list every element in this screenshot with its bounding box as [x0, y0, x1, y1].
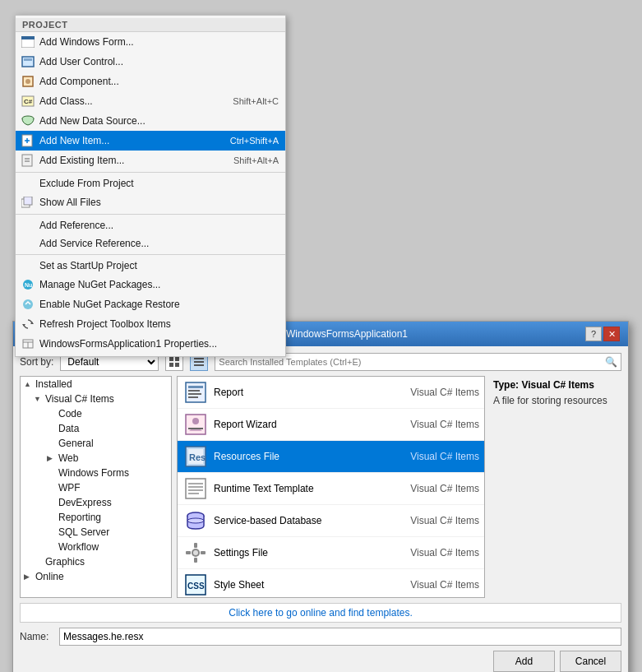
tree-label: Online: [35, 571, 64, 582]
tree-arrow: ▼: [34, 395, 45, 403]
items-panel: Report Visual C# Items Report Wizard Vis…: [177, 376, 485, 598]
item-name: Settings File: [214, 547, 389, 558]
menu-item-enable-nuget-restore[interactable]: Enable NuGet Package Restore: [16, 294, 285, 314]
menu-label: Add New Item...: [39, 135, 214, 146]
item-category: Visual C# Items: [389, 483, 479, 494]
tree-item-installed[interactable]: ▲ Installed: [21, 377, 171, 392]
svg-rect-27: [169, 363, 173, 367]
tree-arrow: ▶: [24, 572, 35, 581]
settings-icon: [182, 540, 209, 566]
item-name: Style Sheet: [214, 579, 389, 591]
search-icon[interactable]: 🔍: [605, 356, 617, 368]
dialog-body: Sort by: Default 🔍 ▲ Installed: [13, 346, 628, 672]
online-link-anchor[interactable]: Click here to go online and find templat…: [229, 607, 412, 619]
tree-item-wpf[interactable]: WPF: [21, 480, 171, 495]
name-row: Name:: [20, 628, 621, 646]
item-name: Service-based Database: [214, 515, 389, 526]
menu-item-add-existing-item[interactable]: Add Existing Item... Shift+Alt+A: [16, 151, 285, 170]
newitem-icon: [21, 133, 35, 148]
menu-item-add-service-reference[interactable]: Add Service Reference...: [16, 234, 285, 253]
item-name: Report Wizard: [214, 419, 389, 430]
search-input[interactable]: [219, 357, 605, 367]
item-category: Visual C# Items: [389, 579, 479, 591]
menu-item-manage-nuget[interactable]: Nu Manage NuGet Packages...: [16, 275, 285, 294]
menu-label: Add Existing Item...: [39, 155, 217, 166]
tree-label: Code: [58, 408, 82, 419]
tree-item-sql-server[interactable]: SQL Server: [21, 525, 171, 540]
tree-item-online[interactable]: ▶ Online: [21, 569, 171, 584]
menu-item-refresh-toolbox[interactable]: Refresh Project Toolbox Items: [16, 314, 285, 334]
tree-item-workflow[interactable]: Workflow: [21, 540, 171, 554]
props-icon: [21, 336, 35, 351]
svg-rect-28: [175, 363, 179, 367]
tree-item-reporting[interactable]: Reporting: [21, 510, 171, 525]
list-item-service-database[interactable]: Service-based Database Visual C# Items: [178, 505, 484, 537]
menu-item-add-datasource[interactable]: Add New Data Source...: [16, 111, 285, 131]
add-new-item-dialog: Add New Item - WindowsFormsApplication1 …: [12, 321, 629, 672]
menu-item-add-windows-form[interactable]: Add Windows Form...: [16, 32, 285, 52]
menu-item-properties[interactable]: WindowsFormsApplication1 Properties...: [16, 334, 285, 354]
menu-label: Set as StartUp Project: [39, 260, 279, 271]
svg-point-19: [23, 299, 33, 309]
svg-rect-29: [194, 358, 204, 359]
tree-label: Windows Forms: [58, 467, 129, 479]
list-item-style-sheet[interactable]: CSS Style Sheet Visual C# Items: [178, 569, 484, 598]
svg-rect-32: [186, 382, 206, 402]
menu-item-add-class[interactable]: C# Add Class... Shift+Alt+C: [16, 91, 285, 111]
list-item-report-wizard[interactable]: Report Wizard Visual C# Items: [178, 409, 484, 441]
tree-item-devexpress[interactable]: DevExpress: [21, 495, 171, 510]
name-label: Name:: [20, 631, 53, 642]
separator: [16, 254, 285, 255]
menu-shortcut: Shift+Alt+A: [233, 155, 279, 165]
menu-item-add-reference[interactable]: Add Reference...: [16, 216, 285, 234]
tree-panel: ▲ Installed ▼ Visual C# Items Code Data: [20, 376, 172, 598]
tree-label: General: [58, 438, 94, 449]
separator: [16, 172, 285, 173]
item-category: Visual C# Items: [389, 387, 479, 398]
list-item-runtime-text-template[interactable]: Runtime Text Template Visual C# Items: [178, 473, 484, 505]
online-link: Click here to go online and find templat…: [20, 603, 621, 623]
add-button[interactable]: Add: [493, 651, 555, 672]
tree-item-windows-forms[interactable]: Windows Forms: [21, 466, 171, 480]
svg-rect-52: [194, 543, 197, 548]
svg-text:Nu: Nu: [25, 282, 32, 288]
item-category: Visual C# Items: [389, 515, 479, 526]
menu-shortcut: Shift+Alt+C: [233, 96, 279, 106]
list-item-resources-file[interactable]: Res Resources File Visual C# Items: [178, 441, 484, 473]
menu-label: Add Component...: [39, 76, 279, 87]
help-button[interactable]: ?: [585, 327, 602, 341]
tree-item-web[interactable]: ▶ Web: [21, 451, 171, 466]
tree-item-code[interactable]: Code: [21, 406, 171, 421]
tree-item-data[interactable]: Data: [21, 421, 171, 436]
svg-rect-12: [22, 155, 32, 166]
svg-point-51: [193, 550, 198, 555]
report-wizard-icon: [182, 411, 209, 438]
svg-rect-26: [175, 357, 179, 361]
resources-icon: Res: [182, 443, 209, 470]
menu-item-show-all-files[interactable]: Show All Files: [16, 192, 285, 212]
cancel-button[interactable]: Cancel: [560, 651, 621, 672]
list-item-settings-file[interactable]: Settings File Visual C# Items: [178, 537, 484, 569]
menu-label: Add Windows Form...: [39, 36, 279, 48]
tree-item-visual-csharp[interactable]: ▼ Visual C# Items: [21, 392, 171, 406]
tree-item-graphics[interactable]: Graphics: [21, 554, 171, 569]
name-input[interactable]: [59, 628, 621, 646]
context-menu: PROJECT Add Windows Form... Add User Con…: [15, 15, 286, 357]
svg-rect-30: [194, 361, 204, 363]
menu-item-add-component[interactable]: Add Component...: [16, 72, 285, 91]
tree-item-general[interactable]: General: [21, 436, 171, 451]
close-button[interactable]: ✕: [603, 327, 620, 341]
menu-item-exclude[interactable]: Exclude From Project: [16, 174, 285, 192]
form-icon: [21, 35, 35, 49]
svg-rect-33: [188, 386, 203, 388]
menu-item-add-new-item[interactable]: Add New Item... Ctrl+Shift+A: [16, 131, 285, 151]
menu-label: Show All Files: [39, 197, 279, 208]
svg-rect-55: [201, 551, 206, 554]
menu-item-set-startup[interactable]: Set as StartUp Project: [16, 257, 285, 275]
report-icon: [182, 379, 209, 406]
svg-rect-25: [169, 357, 173, 361]
list-item-report[interactable]: Report Visual C# Items: [178, 377, 484, 409]
menu-label: Add Service Reference...: [39, 238, 279, 249]
menu-item-add-user-control[interactable]: Add User Control...: [16, 52, 285, 72]
usercontrol-icon: [21, 54, 35, 69]
